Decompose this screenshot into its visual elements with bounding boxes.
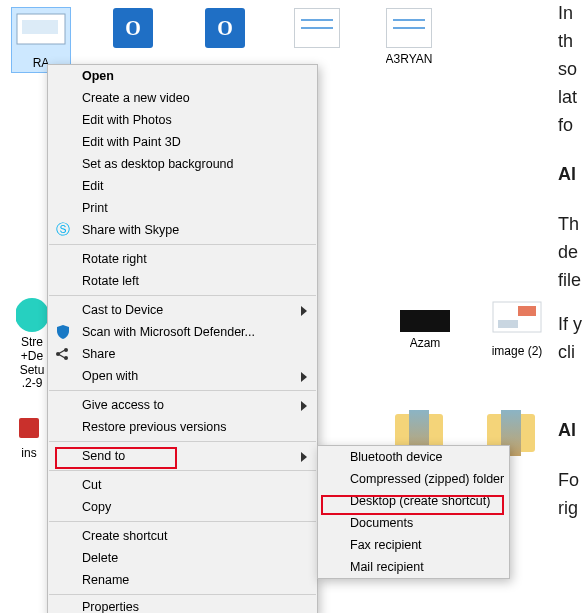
menu-print[interactable]: Print (48, 197, 317, 219)
installer-thumb (19, 418, 39, 438)
menu-open-with[interactable]: Open with (48, 365, 317, 387)
menu-share-skype[interactable]: Ⓢ Share with Skype (48, 219, 317, 241)
menu-restore-previous[interactable]: Restore previous versions (48, 416, 317, 438)
file-label: ins (21, 446, 36, 460)
menu-create-shortcut[interactable]: Create shortcut (48, 525, 317, 547)
file-item-text-1[interactable] (288, 8, 346, 72)
menu-separator (49, 295, 316, 296)
svg-point-7 (56, 352, 60, 356)
menu-delete[interactable]: Delete (48, 547, 317, 569)
menu-open[interactable]: Open (48, 65, 317, 87)
svg-rect-1 (22, 20, 58, 34)
file-item-installer[interactable]: ins (16, 414, 42, 460)
file-label: image (2) (492, 344, 543, 358)
skype-icon: Ⓢ (55, 222, 71, 238)
file-label: A3RYAN (386, 52, 433, 66)
text-thumb (294, 8, 340, 48)
defender-icon (55, 324, 71, 340)
submenu-documents[interactable]: Documents (318, 512, 509, 534)
menu-rotate-left[interactable]: Rotate left (48, 270, 317, 292)
outlook-icon: O (113, 8, 153, 48)
menu-copy[interactable]: Copy (48, 496, 317, 518)
submenu-fax[interactable]: Fax recipient (318, 534, 509, 556)
file-item-azam[interactable]: Azam (396, 298, 454, 391)
file-item-setup[interactable]: Stre +De Setu .2-9 (16, 298, 48, 391)
submenu-compressed[interactable]: Compressed (zipped) folder (318, 468, 509, 490)
files-row-1: RA O O A3RYAN (12, 8, 438, 72)
menu-edit[interactable]: Edit (48, 175, 317, 197)
menu-edit-paint3d[interactable]: Edit with Paint 3D (48, 131, 317, 153)
file-item-outlook-1[interactable]: O (104, 8, 162, 72)
menu-send-to[interactable]: Send to (48, 445, 317, 467)
menu-separator (49, 244, 316, 245)
file-label: Azam (410, 336, 441, 350)
file-item-outlook-2[interactable]: O (196, 8, 254, 72)
menu-share[interactable]: Share (48, 343, 317, 365)
svg-rect-4 (498, 320, 518, 328)
menu-separator (49, 521, 316, 522)
menu-rename[interactable]: Rename (48, 569, 317, 591)
dark-thumb (400, 310, 450, 332)
image-thumb (16, 10, 66, 52)
submenu-mail[interactable]: Mail recipient (318, 556, 509, 578)
submenu-bluetooth[interactable]: Bluetooth device (318, 446, 509, 468)
menu-create-video[interactable]: Create a new video (48, 87, 317, 109)
submenu-desktop-shortcut[interactable]: Desktop (create shortcut) (318, 490, 509, 512)
context-menu: Open Create a new video Edit with Photos… (47, 64, 318, 613)
send-to-submenu: Bluetooth device Compressed (zipped) fol… (317, 445, 510, 579)
file-item-image2[interactable]: image (2) (488, 298, 546, 391)
menu-separator (49, 390, 316, 391)
svg-point-5 (64, 348, 68, 352)
app-thumb (16, 298, 48, 332)
svg-point-6 (64, 356, 68, 360)
menu-give-access[interactable]: Give access to (48, 394, 317, 416)
file-item-a3ryan[interactable]: A3RYAN (380, 8, 438, 72)
menu-separator (49, 594, 316, 595)
menu-cut[interactable]: Cut (48, 474, 317, 496)
outlook-icon: O (205, 8, 245, 48)
side-article-text: In th so lat fo Al Th de file If y cli A… (558, 0, 584, 522)
share-icon (55, 346, 71, 362)
image-thumb (492, 298, 542, 340)
menu-cast-to-device[interactable]: Cast to Device (48, 299, 317, 321)
menu-separator (49, 441, 316, 442)
svg-rect-3 (518, 306, 536, 316)
menu-properties[interactable]: Properties (48, 598, 317, 613)
menu-scan-defender[interactable]: Scan with Microsoft Defender... (48, 321, 317, 343)
text-thumb (386, 8, 432, 48)
menu-edit-photos[interactable]: Edit with Photos (48, 109, 317, 131)
menu-rotate-right[interactable]: Rotate right (48, 248, 317, 270)
file-label: Stre +De Setu .2-9 (20, 336, 45, 391)
file-item-selected[interactable]: RA (12, 8, 70, 72)
menu-separator (49, 470, 316, 471)
menu-set-background[interactable]: Set as desktop background (48, 153, 317, 175)
